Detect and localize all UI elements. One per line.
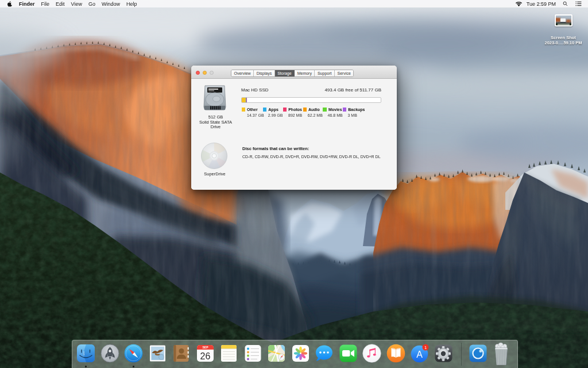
svg-text:1: 1 xyxy=(424,345,427,350)
svg-text:SEP: SEP xyxy=(202,346,208,349)
svg-text:26: 26 xyxy=(200,351,210,361)
svg-text:A: A xyxy=(416,350,423,359)
